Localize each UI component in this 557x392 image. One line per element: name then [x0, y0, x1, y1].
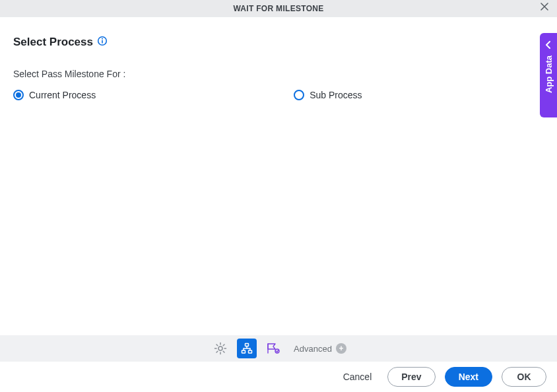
chevron-left-icon: [545, 40, 552, 51]
advanced-label: Advanced: [294, 344, 332, 354]
prev-button[interactable]: Prev: [387, 367, 435, 387]
info-icon[interactable]: [97, 36, 108, 49]
svg-line-11: [223, 344, 224, 346]
radio-current-process[interactable]: Current Process: [13, 90, 96, 100]
radio-icon: [13, 90, 24, 100]
svg-line-9: [223, 351, 224, 352]
svg-rect-12: [246, 344, 249, 346]
radio-label: Current Process: [29, 90, 96, 100]
close-icon[interactable]: [540, 1, 549, 13]
content-area: Select Process Select Pass Milestone For…: [0, 17, 557, 100]
next-button[interactable]: Next: [445, 367, 492, 387]
app-data-panel-toggle[interactable]: App Data: [540, 33, 557, 117]
svg-rect-2: [102, 40, 103, 44]
radio-sub-process[interactable]: Sub Process: [294, 90, 362, 100]
svg-rect-13: [242, 350, 246, 353]
cancel-button[interactable]: Cancel: [337, 368, 379, 386]
advanced-toggle[interactable]: Advanced +: [294, 343, 346, 354]
settings-icon[interactable]: [211, 339, 230, 358]
dialog-footer: Cancel Prev Next OK: [0, 362, 557, 392]
radio-label: Sub Process: [310, 90, 362, 100]
svg-point-3: [218, 346, 222, 350]
section-title: Select Process: [13, 36, 93, 49]
dialog-title: WAIT FOR MILESTONE: [233, 4, 323, 13]
app-data-label: App Data: [544, 55, 554, 93]
svg-line-8: [216, 344, 218, 346]
dialog-header: WAIT FOR MILESTONE: [0, 0, 557, 17]
milestone-flag-icon[interactable]: [263, 339, 283, 358]
ok-button[interactable]: OK: [502, 367, 546, 387]
svg-point-1: [102, 38, 103, 40]
svg-rect-14: [249, 350, 252, 353]
bottom-toolbar: Advanced +: [0, 335, 557, 362]
plus-circle-icon: +: [336, 343, 346, 354]
svg-line-10: [216, 351, 218, 352]
process-tree-icon[interactable]: [237, 339, 257, 358]
radio-icon: [294, 90, 304, 100]
prompt-label: Select Pass Milestone For :: [13, 69, 544, 79]
radio-group: Current Process Sub Process: [13, 90, 544, 100]
section-title-row: Select Process: [13, 36, 544, 49]
